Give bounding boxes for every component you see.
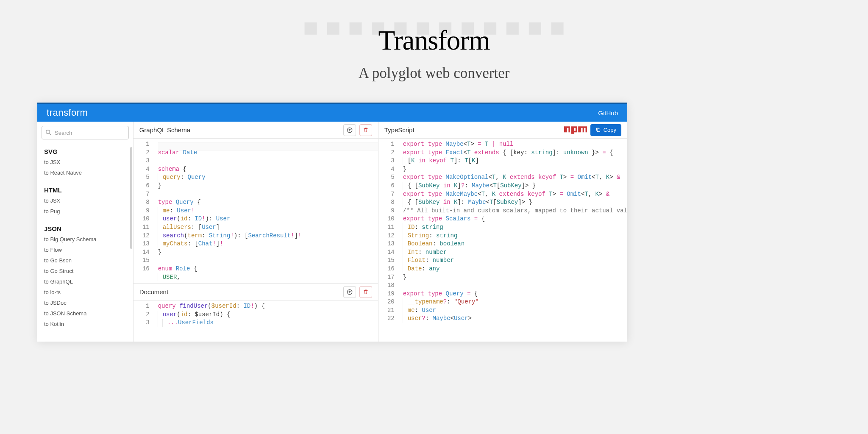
brand[interactable]: transform <box>47 107 88 118</box>
line-number: 7 <box>378 190 395 199</box>
code-line[interactable]: Int: number <box>403 248 627 257</box>
line-number: 19 <box>378 290 395 298</box>
line-number: 1 <box>134 302 150 311</box>
svg-line-1 <box>50 134 51 135</box>
line-number: 16 <box>378 265 395 273</box>
npm-icon <box>564 126 587 134</box>
code-line[interactable]: Float: number <box>403 256 627 265</box>
sidebar-item[interactable]: to Pug <box>42 206 129 217</box>
line-number: 14 <box>134 248 150 257</box>
code-line[interactable]: /** All built-in and custom scalars, map… <box>403 207 627 215</box>
sidebar-group-title: JSON <box>42 223 129 234</box>
line-number: 1 <box>134 140 150 149</box>
line-number: 17 <box>378 273 395 282</box>
sidebar-item[interactable]: to io-ts <box>42 287 129 298</box>
line-number: 7 <box>134 190 150 199</box>
sidebar-item[interactable]: to JSX <box>42 195 129 206</box>
code-line[interactable]: search(term: String!): [SearchResult!]! <box>158 232 378 240</box>
code-line[interactable]: Date: any <box>403 265 627 273</box>
code-line[interactable]: String: string <box>403 232 627 240</box>
github-link[interactable]: GitHub <box>598 109 618 117</box>
code-line[interactable]: query: Query <box>158 173 378 182</box>
trash-icon <box>363 289 369 295</box>
sidebar-item[interactable]: to React Native <box>42 167 129 178</box>
upload-button[interactable] <box>343 124 356 136</box>
code-line[interactable] <box>158 190 378 199</box>
line-number: 22 <box>378 314 395 323</box>
code-line[interactable]: enum Role { <box>158 265 378 273</box>
line-number: 2 <box>134 149 150 157</box>
npm-link[interactable] <box>564 126 587 134</box>
clear-button[interactable] <box>359 124 372 136</box>
code-line[interactable]: export type Maybe<T> = T | null <box>403 140 627 149</box>
search-icon <box>45 129 51 135</box>
code-line[interactable]: [K in keyof T]: T[K] <box>403 157 627 165</box>
line-number: 3 <box>378 157 395 165</box>
line-number: 12 <box>134 232 150 240</box>
code-line[interactable]: ID: string <box>403 223 627 232</box>
line-number: 14 <box>378 248 395 257</box>
code-line[interactable]: allUsers: [User] <box>158 223 378 232</box>
code-line[interactable]: export type Query = { <box>403 290 627 298</box>
code-line[interactable]: me: User! <box>158 207 378 215</box>
search-input[interactable] <box>42 126 129 139</box>
code-line[interactable]: export type MakeMaybe<T, K extends keyof… <box>403 190 627 199</box>
code-line[interactable]: { [SubKey in K]: Maybe<T[SubKey]> } <box>403 198 627 207</box>
code-line[interactable]: myChats: [Chat!]! <box>158 240 378 248</box>
upload-icon <box>347 289 353 295</box>
output-editor[interactable]: 12345678910111213141516171819202122 expo… <box>378 139 627 342</box>
code-line[interactable]: } <box>158 182 378 190</box>
sidebar-item[interactable]: to Big Query Schema <box>42 234 129 245</box>
code-line[interactable]: scalar Date <box>158 149 378 157</box>
line-number: 6 <box>134 182 150 190</box>
clear-button[interactable] <box>359 286 372 298</box>
code-line[interactable]: export type Scalars = { <box>403 215 627 223</box>
sidebar-item[interactable]: to JSX <box>42 157 129 167</box>
line-number: 13 <box>134 240 150 248</box>
sidebar-item[interactable]: to Flow <box>42 245 129 255</box>
sidebar-item[interactable]: to JSDoc <box>42 298 129 308</box>
scrollbar[interactable] <box>130 147 132 249</box>
line-number: 3 <box>134 157 150 165</box>
upload-button[interactable] <box>343 286 356 298</box>
code-line[interactable]: ...UserFields <box>158 319 378 327</box>
code-line[interactable]: query findUser($userId: ID!) { <box>158 302 378 311</box>
code-line[interactable]: user(id: ID!): User <box>158 215 378 223</box>
output-pane-header: TypeScript Copy <box>378 122 627 139</box>
schema-editor[interactable]: 12345678910111213141516 scalar Date sche… <box>134 139 378 283</box>
code-line[interactable]: user(id: $userId) { <box>158 311 378 319</box>
upload-icon <box>347 127 353 133</box>
code-line[interactable]: export type Exact<T extends { [key: stri… <box>403 149 627 157</box>
code-line[interactable]: user?: Maybe<User> <box>403 314 627 323</box>
document-pane-title: Document <box>139 288 168 295</box>
code-line[interactable] <box>403 281 627 290</box>
code-line[interactable]: type Query { <box>158 198 378 207</box>
code-line[interactable] <box>158 157 378 165</box>
svg-point-0 <box>46 130 50 134</box>
sidebar-item[interactable]: to Go Bson <box>42 255 129 266</box>
code-line[interactable]: me: User <box>403 306 627 315</box>
output-pane-title: TypeScript <box>384 126 415 134</box>
code-line[interactable]: export type MakeOptional<T, K extends ke… <box>403 173 627 182</box>
sidebar-item[interactable]: to GraphQL <box>42 276 129 287</box>
editor-panes: GraphQL Schema 12345678910111213141516 <box>134 122 627 342</box>
line-number: 2 <box>378 149 395 157</box>
sidebar-item[interactable]: to Kotlin <box>42 319 129 329</box>
code-line[interactable]: } <box>403 273 627 282</box>
code-line[interactable]: Boolean: boolean <box>403 240 627 248</box>
code-line[interactable]: schema { <box>158 165 378 174</box>
line-number: 16 <box>134 265 150 273</box>
code-line[interactable]: } <box>403 165 627 174</box>
code-line[interactable]: __typename?: "Query" <box>403 298 627 306</box>
copy-button[interactable]: Copy <box>590 124 621 136</box>
code-line[interactable] <box>158 256 378 265</box>
document-pane-header: Document <box>134 284 378 300</box>
code-line[interactable]: USER, <box>158 273 378 282</box>
sidebar-item[interactable]: to Go Struct <box>42 266 129 276</box>
app-frame: transform GitHub SVGto JSXto React Nativ… <box>37 103 627 342</box>
code-line[interactable]: { [SubKey in K]?: Maybe<T[SubKey]> } <box>403 182 627 190</box>
code-line[interactable]: } <box>158 248 378 257</box>
line-number: 4 <box>134 165 150 174</box>
sidebar-item[interactable]: to JSON Schema <box>42 308 129 319</box>
document-editor[interactable]: 123 query findUser($userId: ID!) {user(i… <box>134 300 378 342</box>
